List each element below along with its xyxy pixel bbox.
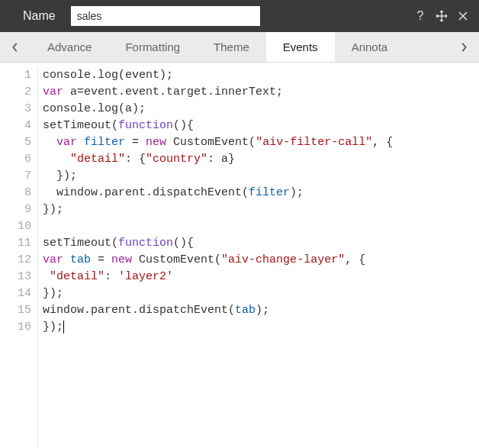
tabs-container: Advance Formatting Theme Events Annota (31, 32, 448, 62)
line-number: 6 (0, 151, 31, 168)
move-icon[interactable] (435, 9, 448, 23)
tab-theme[interactable]: Theme (197, 32, 266, 62)
line-number: 16 (0, 319, 31, 336)
line-number: 3 (0, 101, 31, 118)
tabbar: Advance Formatting Theme Events Annota (0, 32, 479, 63)
code-line[interactable]: "detail": {"country": a} (43, 151, 479, 168)
code-editor[interactable]: 12345678910111213141516 console.log(even… (0, 63, 479, 448)
code-line[interactable]: }); (43, 285, 479, 302)
close-icon[interactable] (456, 9, 470, 23)
tab-events[interactable]: Events (266, 32, 335, 62)
line-number: 14 (0, 285, 31, 302)
code-content[interactable]: console.log(event);var a=event.event.tar… (38, 67, 479, 448)
line-number: 2 (0, 84, 31, 101)
line-number: 5 (0, 134, 31, 151)
code-line[interactable]: window.parent.dispatchEvent(tab); (43, 302, 479, 319)
code-line[interactable]: }); (43, 201, 479, 218)
tab-formatting[interactable]: Formatting (108, 32, 197, 62)
code-line[interactable]: console.log(event); (43, 67, 479, 84)
line-gutter: 12345678910111213141516 (0, 67, 38, 448)
code-line[interactable]: var a=event.event.target.innerText; (43, 84, 479, 101)
name-label: Name (23, 9, 56, 23)
name-input[interactable] (71, 6, 260, 26)
line-number: 4 (0, 118, 31, 134)
line-number: 1 (0, 67, 31, 84)
code-line[interactable]: }); (43, 168, 479, 185)
code-line[interactable]: window.parent.dispatchEvent(filter); (43, 185, 479, 201)
help-icon[interactable]: ? (413, 9, 427, 23)
code-line[interactable]: setTimeout(function(){ (43, 235, 479, 252)
line-number: 9 (0, 201, 31, 218)
window-controls: ? (413, 9, 470, 23)
titlebar: Name ? (0, 0, 479, 32)
code-line[interactable]: var filter = new CustomEvent("aiv-filter… (43, 134, 479, 151)
tab-scroll-right[interactable] (448, 32, 479, 62)
code-line[interactable]: "detail": 'layer2' (43, 269, 479, 285)
line-number: 8 (0, 185, 31, 201)
code-line[interactable]: }); (43, 319, 479, 336)
line-number: 15 (0, 302, 31, 319)
line-number: 13 (0, 269, 31, 285)
line-number: 7 (0, 168, 31, 185)
line-number: 12 (0, 252, 31, 269)
code-line[interactable] (43, 218, 479, 235)
tab-scroll-left[interactable] (0, 32, 31, 62)
tab-advance[interactable]: Advance (31, 32, 108, 62)
line-number: 10 (0, 218, 31, 235)
code-line[interactable]: console.log(a); (43, 101, 479, 118)
code-line[interactable]: setTimeout(function(){ (43, 118, 479, 134)
line-number: 11 (0, 235, 31, 252)
tab-annotations[interactable]: Annota (335, 32, 405, 62)
code-line[interactable]: var tab = new CustomEvent("aiv-change-la… (43, 252, 479, 269)
text-cursor (63, 321, 64, 334)
